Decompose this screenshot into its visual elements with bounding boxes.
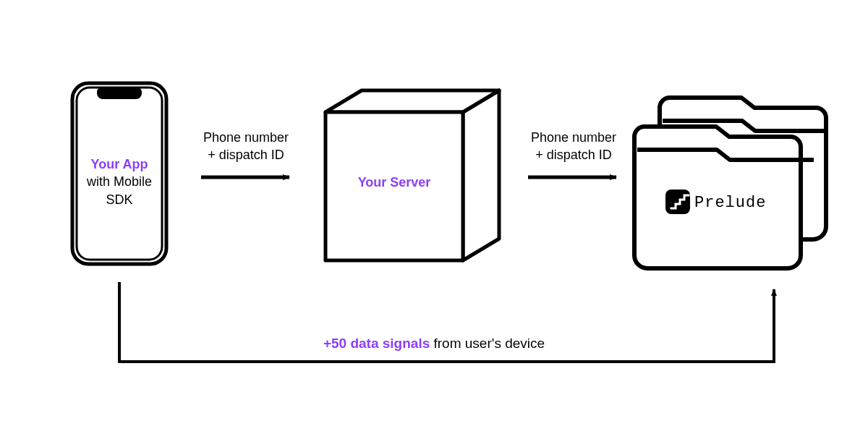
arrow1-caption: Phone number + dispatch ID: [184, 129, 307, 164]
arrow1-line1: Phone number: [184, 129, 307, 146]
arrow2-line2: + dispatch ID: [512, 146, 635, 163]
arrow2-line1: Phone number: [512, 129, 635, 146]
svg-rect-3: [665, 190, 690, 214]
prelude-folders-icon: [634, 98, 826, 268]
prelude-logo-icon: [665, 190, 690, 214]
app-title: Your App: [72, 156, 166, 173]
signals-highlight: +50 data signals: [323, 336, 430, 351]
server-title: Your Server: [358, 175, 431, 190]
prelude-label: Prelude: [694, 192, 788, 214]
signals-caption: +50 data signals from user's device: [217, 334, 651, 353]
arrow2-caption: Phone number + dispatch ID: [512, 129, 635, 164]
app-subtitle-1: with Mobile: [72, 173, 166, 190]
diagram-svg: [0, 0, 868, 434]
server-label-block: Your Server: [326, 174, 463, 191]
app-label-block: Your App with Mobile SDK: [72, 156, 166, 208]
arrow1-line2: + dispatch ID: [184, 146, 307, 163]
app-subtitle-2: SDK: [72, 191, 166, 208]
diagram-canvas: Your App with Mobile SDK Phone number + …: [0, 0, 868, 434]
signals-rest: from user's device: [430, 336, 545, 351]
